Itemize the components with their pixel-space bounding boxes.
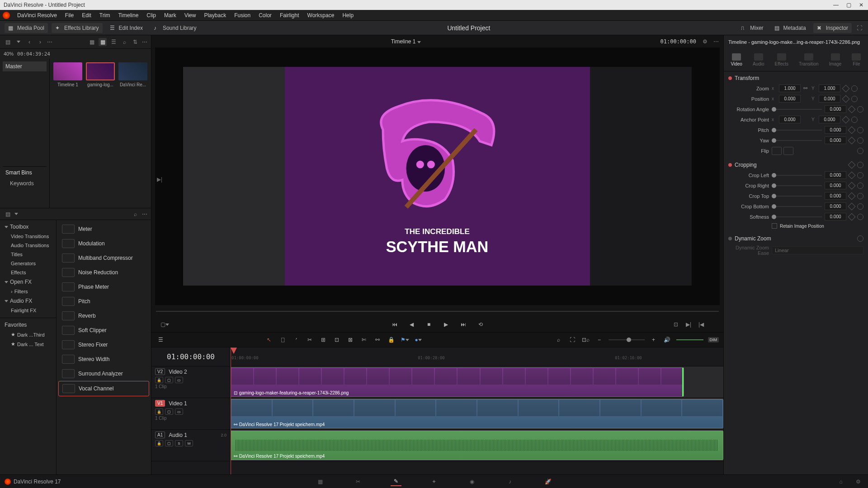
stop-icon[interactable]: ■ — [424, 319, 434, 330]
menu-workspace[interactable]: Workspace — [304, 11, 338, 19]
tab-file[interactable]: File — [850, 52, 863, 68]
zoom-percent[interactable]: 40% — [4, 51, 14, 56]
menu-fairlight[interactable]: Fairlight — [276, 11, 303, 19]
reset-icon[interactable] — [857, 127, 863, 133]
timeline-name[interactable]: Timeline 1 — [156, 38, 656, 45]
fx-cat-toolbox[interactable]: Toolbox — [0, 222, 56, 232]
edit-index-button[interactable]: ☰Edit Index — [106, 23, 146, 33]
preview-viewer[interactable]: THE INCREDIBLE SCYTHE MAN ▶| — [155, 47, 720, 305]
auto-select-icon[interactable]: ▢ — [165, 408, 173, 415]
tc-settings-icon[interactable]: ⚙ — [701, 38, 709, 46]
overwrite-icon[interactable]: ⊡ — [332, 335, 341, 344]
bin-master[interactable]: Master — [3, 61, 47, 71]
flip-v-button[interactable] — [783, 147, 793, 155]
timeline-view-icon[interactable]: ☰ — [156, 335, 165, 344]
fx-item-soft-clipper[interactable]: Soft Clipper — [58, 323, 149, 338]
play-icon[interactable]: ▶ — [441, 319, 452, 330]
menu-fusion[interactable]: Fusion — [231, 11, 254, 19]
fx-item-stereo-fixer[interactable]: Stereo Fixer — [58, 338, 149, 352]
chevron-down-icon[interactable] — [14, 213, 18, 215]
fx-item-multiband[interactable]: Multiband Compressor — [58, 251, 149, 265]
crop-right-slider[interactable] — [772, 185, 822, 186]
menu-timeline[interactable]: Timeline — [114, 11, 142, 19]
reset-icon[interactable] — [857, 183, 863, 189]
clip-v2[interactable]: ⊡gaming-logo-maker-featuring-a-reaper-17… — [231, 367, 684, 397]
page-fusion-icon[interactable]: ✦ — [429, 477, 439, 486]
blade-tool-icon[interactable]: ✂ — [305, 335, 314, 344]
retain-checkbox[interactable] — [772, 223, 777, 229]
tab-effects[interactable]: Effects — [773, 52, 790, 68]
fx-item-vocal-channel[interactable]: Vocal Channel — [58, 381, 149, 396]
custom-zoom-icon[interactable]: ⊡⌕ — [581, 335, 590, 344]
reset-icon[interactable] — [851, 117, 858, 123]
link-icon[interactable]: ⚯ — [803, 85, 809, 91]
zoom-y-field[interactable] — [819, 84, 840, 92]
anchor-x-field[interactable] — [779, 116, 801, 123]
menu-edit[interactable]: Edit — [78, 11, 95, 19]
menu-davinci[interactable]: DaVinci Resolve — [14, 11, 61, 19]
softness-field[interactable] — [825, 213, 846, 221]
fx-cat-video-transitions[interactable]: Video Transitions — [0, 232, 56, 241]
keyframe-icon[interactable] — [848, 126, 856, 134]
zoom-out-icon[interactable]: − — [595, 335, 604, 344]
playhead-icon[interactable] — [231, 347, 237, 354]
menu-playback[interactable]: Playback — [200, 11, 230, 19]
flag-icon[interactable]: ⚑ — [400, 335, 409, 344]
tab-audio[interactable]: Audio — [751, 52, 766, 68]
page-fairlight-icon[interactable]: ♪ — [505, 477, 515, 486]
clip-thumb-davinci[interactable]: DaVinci Re... — [118, 62, 147, 87]
lock-icon[interactable]: 🔒 — [387, 335, 396, 344]
lock-icon[interactable]: 🔒 — [155, 440, 163, 446]
home-icon[interactable]: ⌂ — [835, 477, 846, 486]
menu-help[interactable]: Help — [339, 11, 357, 19]
inspector-button[interactable]: ✖Inspector — [813, 23, 852, 33]
nav-fwd-icon[interactable]: › — [36, 38, 44, 46]
play-reverse-icon[interactable]: ◀ — [406, 319, 417, 330]
reset-icon[interactable] — [857, 203, 863, 210]
fx-item-reverb[interactable]: Reverb — [58, 309, 149, 323]
pos-y-field[interactable] — [819, 95, 840, 103]
fx-item-stereo-width[interactable]: Stereo Width — [58, 352, 149, 366]
reset-icon[interactable] — [857, 137, 863, 144]
track-head-a1[interactable]: A1Audio 12.0 🔒▢SM — [151, 430, 230, 461]
volume-icon[interactable]: 🔊 — [663, 335, 672, 344]
keyframe-icon[interactable] — [848, 171, 856, 179]
crop-bottom-field[interactable] — [825, 202, 846, 210]
zoom-in-icon[interactable]: + — [649, 335, 658, 344]
zoom-slider[interactable] — [609, 339, 645, 340]
viewer-scrubber[interactable] — [156, 307, 719, 315]
anchor-y-field[interactable] — [819, 116, 840, 123]
next-edit-icon[interactable]: ▶| — [684, 320, 693, 328]
crop-left-slider[interactable] — [772, 175, 822, 176]
fx-cat-audio-transitions[interactable]: Audio Transitions — [0, 241, 56, 250]
auto-select-icon[interactable]: ▢ — [165, 440, 173, 446]
crop-top-field[interactable] — [825, 192, 846, 200]
fx-item-phase-meter[interactable]: Phase Meter — [58, 280, 149, 294]
crop-icon[interactable]: ▢ — [160, 320, 169, 328]
maximize-icon[interactable]: ▢ — [845, 2, 852, 8]
viewer-timecode[interactable]: 01:00:00:00 — [660, 38, 696, 45]
last-frame-icon[interactable]: ⏭ — [458, 319, 469, 330]
track-head-v1[interactable]: V1Video 1 🔒▢▭ 1 Clip — [151, 398, 230, 430]
tab-image[interactable]: Image — [827, 52, 844, 68]
zoom-tool-icon[interactable]: ⌕ — [554, 335, 563, 344]
dim-button[interactable]: DIM — [708, 337, 719, 343]
fx-cat-titles[interactable]: Titles — [0, 250, 56, 259]
reset-icon[interactable] — [857, 106, 863, 113]
menu-trim[interactable]: Trim — [96, 11, 114, 19]
effects-library-button[interactable]: ✦Effects Library — [52, 23, 102, 33]
link-icon[interactable]: ⚯ — [373, 335, 382, 344]
minimize-icon[interactable]: — — [833, 2, 839, 8]
reset-icon[interactable] — [857, 162, 863, 168]
thumb-view-icon[interactable]: ▦ — [99, 38, 107, 46]
disable-icon[interactable]: ▭ — [175, 377, 183, 383]
keyframe-icon[interactable] — [842, 84, 850, 92]
search-icon[interactable]: ⌕ — [131, 210, 139, 218]
fx-panel-menu-icon[interactable]: ▤ — [4, 210, 12, 218]
replace-icon[interactable]: ⊠ — [346, 335, 355, 344]
section-transform[interactable]: Transform — [728, 73, 863, 83]
pitch-slider[interactable] — [772, 130, 822, 131]
timeline-tracks[interactable]: 01:00:00:00 01:00:28:00 01:02:16:00 ⊡gam… — [231, 347, 723, 474]
rotation-slider[interactable] — [772, 109, 822, 110]
reset-icon[interactable] — [851, 96, 858, 102]
